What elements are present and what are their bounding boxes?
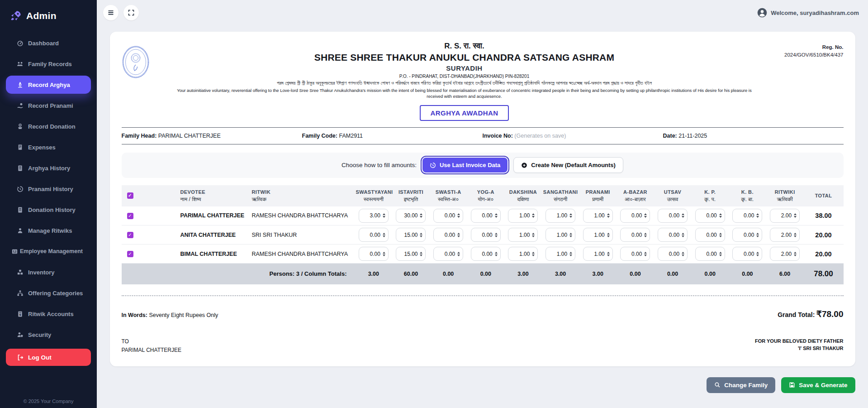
amount-input-k-b[interactable]: 0.00	[732, 247, 762, 261]
spinner-arrows-icon[interactable]	[719, 233, 722, 237]
sidebar-item-manage-ritwiks[interactable]: Manage Ritwiks	[0, 220, 97, 241]
amount-input-ritwiki[interactable]: 2.00	[770, 209, 800, 223]
use-last-invoice-button[interactable]: Use Last Invoice Data	[422, 158, 508, 173]
spinner-arrows-icon[interactable]	[607, 233, 610, 237]
amount-input-utsav[interactable]: 0.00	[658, 209, 688, 223]
spinner-arrows-icon[interactable]	[607, 213, 610, 218]
amount-input-swastyayani[interactable]: 3.00	[359, 209, 389, 223]
sidebar-item-employee-management[interactable]: Employee Management	[0, 241, 97, 262]
amount-input-dakshina[interactable]: 1.00	[508, 247, 538, 261]
spinner-arrows-icon[interactable]	[719, 213, 722, 218]
save-generate-button[interactable]: Save & Generate	[781, 377, 855, 393]
spinner-arrows-icon[interactable]	[644, 233, 647, 237]
row-checkbox[interactable]: ✓	[127, 251, 133, 257]
spinner-arrows-icon[interactable]	[383, 252, 385, 256]
sidebar-item-pranami-history[interactable]: Pranami History	[0, 178, 97, 199]
spinner-arrows-icon[interactable]	[383, 233, 385, 237]
spinner-arrows-icon[interactable]	[569, 252, 572, 256]
spinner-arrows-icon[interactable]	[794, 233, 797, 237]
spinner-arrows-icon[interactable]	[719, 252, 722, 256]
amount-input-k-p[interactable]: 0.00	[695, 209, 725, 223]
sidebar-item-record-pranami[interactable]: Record Pranami	[0, 95, 97, 116]
spinner-arrows-icon[interactable]	[682, 213, 684, 218]
create-new-button[interactable]: Create New (Default Amounts)	[513, 157, 623, 173]
spinner-arrows-icon[interactable]	[794, 252, 797, 256]
spinner-arrows-icon[interactable]	[532, 252, 535, 256]
amount-input-pranami[interactable]: 1.00	[583, 247, 613, 261]
amount-input-sangathani[interactable]: 1.00	[545, 247, 575, 261]
amount-input-sangathani[interactable]: 1.00	[545, 209, 575, 223]
spinner-arrows-icon[interactable]	[495, 252, 498, 256]
spinner-arrows-icon[interactable]	[457, 252, 460, 256]
sidebar-item-ritwik-accounts[interactable]: $Ritwik Accounts	[0, 303, 97, 324]
amount-input-pranami[interactable]: 1.00	[583, 228, 613, 242]
amount-input-a-bazar[interactable]: 0.00	[620, 209, 650, 223]
amount-input-pranami[interactable]: 1.00	[583, 209, 613, 223]
amount-input-sangathani[interactable]: 1.00	[545, 228, 575, 242]
sidebar-item-donation-history[interactable]: Donation History	[0, 199, 97, 220]
amount-input-swasti-a[interactable]: 0.00	[433, 228, 463, 242]
amount-input-utsav[interactable]: 0.00	[658, 247, 688, 261]
amount-input-a-bazar[interactable]: 0.00	[620, 228, 650, 242]
amount-input-istavriti[interactable]: 30.00	[396, 209, 426, 223]
amount-input-dakshina[interactable]: 1.00	[508, 209, 538, 223]
amount-input-swastyayani[interactable]: 0.00	[359, 228, 389, 242]
spinner-arrows-icon[interactable]	[607, 252, 610, 256]
amount-input-dakshina[interactable]: 1.00	[508, 228, 538, 242]
sidebar-item-dashboard[interactable]: Dashboard	[0, 33, 97, 53]
spinner-arrows-icon[interactable]	[644, 252, 647, 256]
spinner-arrows-icon[interactable]	[569, 213, 572, 218]
amount-input-ritwiki[interactable]: 2.00	[770, 228, 800, 242]
column-total-pranami: 3.00	[579, 264, 617, 284]
sidebar-item-arghya-history[interactable]: Arghya History	[0, 158, 97, 178]
amount-input-swasti-a[interactable]: 0.00	[433, 247, 463, 261]
row-checkbox[interactable]: ✓	[127, 232, 133, 238]
spinner-arrows-icon[interactable]	[420, 252, 422, 256]
menu-toggle-button[interactable]	[103, 5, 119, 20]
amount-input-k-p[interactable]: 0.00	[695, 247, 725, 261]
spinner-arrows-icon[interactable]	[420, 233, 422, 237]
spinner-arrows-icon[interactable]	[383, 213, 385, 218]
amount-input-swastyayani[interactable]: 0.00	[359, 247, 389, 261]
spinner-arrows-icon[interactable]	[495, 233, 498, 237]
fullscreen-button[interactable]	[123, 5, 139, 20]
spinner-arrows-icon[interactable]	[420, 213, 422, 218]
row-checkbox[interactable]: ✓	[127, 213, 133, 219]
amount-input-yog-a[interactable]: 0.00	[471, 247, 501, 261]
amount-input-k-p[interactable]: 0.00	[695, 228, 725, 242]
sidebar-item-inventory[interactable]: Inventory	[0, 262, 97, 283]
amount-input-yog-a[interactable]: 0.00	[471, 209, 501, 223]
change-family-button[interactable]: Change Family	[707, 377, 775, 393]
spinner-arrows-icon[interactable]	[457, 233, 460, 237]
spinner-arrows-icon[interactable]	[532, 233, 535, 237]
spinner-arrows-icon[interactable]	[682, 233, 684, 237]
welcome-user[interactable]: Welcome, suryadihashram.com	[757, 8, 859, 18]
logout-button[interactable]: Log Out	[6, 349, 91, 366]
amount-input-swasti-a[interactable]: 0.00	[433, 209, 463, 223]
sidebar-item-family-records[interactable]: Family Records	[0, 53, 97, 74]
amount-input-ritwiki[interactable]: 2.00	[770, 247, 800, 261]
amount-input-k-b[interactable]: 0.00	[732, 228, 762, 242]
spinner-arrows-icon[interactable]	[532, 213, 535, 218]
spinner-arrows-icon[interactable]	[644, 213, 647, 218]
amount-input-istavriti[interactable]: 15.00	[396, 247, 426, 261]
sidebar-item-expenses[interactable]: Expenses	[0, 137, 97, 158]
amount-input-yog-a[interactable]: 0.00	[471, 228, 501, 242]
spinner-arrows-icon[interactable]	[794, 213, 797, 218]
sidebar-item-record-donation[interactable]: Record Donation	[0, 116, 97, 137]
spinner-arrows-icon[interactable]	[569, 233, 572, 237]
spinner-arrows-icon[interactable]	[495, 213, 498, 218]
amount-input-utsav[interactable]: 0.00	[658, 228, 688, 242]
amount-input-istavriti[interactable]: 15.00	[396, 228, 426, 242]
sidebar-item-record-arghya[interactable]: Record Arghya	[6, 76, 91, 94]
spinner-arrows-icon[interactable]	[756, 233, 759, 237]
sidebar-item-offering-categories[interactable]: Offering Categories	[0, 283, 97, 303]
spinner-arrows-icon[interactable]	[682, 252, 684, 256]
sidebar-item-security[interactable]: Security	[0, 324, 97, 345]
select-all-checkbox[interactable]: ✓	[127, 192, 133, 199]
amount-input-k-b[interactable]: 0.00	[732, 209, 762, 223]
spinner-arrows-icon[interactable]	[756, 213, 759, 218]
spinner-arrows-icon[interactable]	[756, 252, 759, 256]
amount-input-a-bazar[interactable]: 0.00	[620, 247, 650, 261]
spinner-arrows-icon[interactable]	[457, 213, 460, 218]
